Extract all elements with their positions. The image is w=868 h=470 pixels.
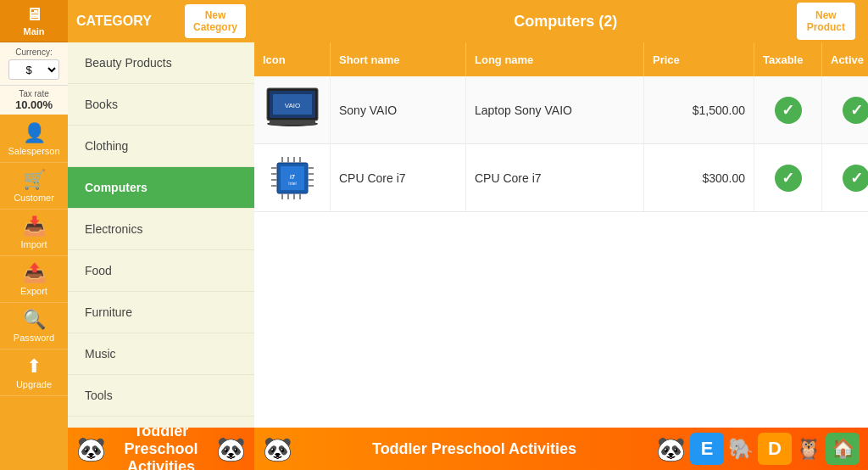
export-label: Export bbox=[20, 286, 47, 296]
taxable-check-cpu: ✓ bbox=[775, 165, 802, 192]
sidebar-nav: 👤 Salesperson 🛒 Customer 📥 Import 📤 Expo… bbox=[0, 116, 68, 470]
badge-e: E bbox=[690, 433, 724, 465]
header-short-name: Short name bbox=[331, 42, 466, 76]
header-long-name: Long name bbox=[466, 42, 644, 76]
import-icon: 📥 bbox=[23, 215, 46, 238]
category-item-food[interactable]: Food bbox=[68, 250, 254, 292]
main-content: Computers (2) NewProduct Icon Short name… bbox=[254, 0, 868, 470]
customer-label: Customer bbox=[14, 193, 54, 203]
tax-value: 10.00% bbox=[15, 98, 53, 111]
product-icon-cpu: i7 Intel bbox=[254, 144, 331, 211]
category-item-tools[interactable]: Tools bbox=[68, 375, 254, 417]
product-icon-sony: VAIO bbox=[254, 76, 331, 143]
house-badge: 🏠 bbox=[826, 433, 860, 465]
banner-text: Toddler Preschool Activities bbox=[106, 428, 216, 470]
product-active-cpu[interactable]: ✓ bbox=[822, 144, 868, 211]
main-banner: 🐼 Toddler Preschool Activities 🐼 E 🐘 D 🦉… bbox=[254, 428, 868, 470]
product-price-sony: $1,500.00 bbox=[644, 76, 754, 143]
product-price-cpu: $300.00 bbox=[644, 144, 754, 211]
category-header: CATEGORY NewCategory bbox=[68, 0, 254, 42]
svg-rect-3 bbox=[270, 120, 315, 125]
product-taxable-cpu[interactable]: ✓ bbox=[754, 144, 822, 211]
product-long-name-cpu: CPU Core i7 bbox=[466, 144, 644, 211]
svg-text:Intel: Intel bbox=[288, 181, 296, 186]
password-icon: 🔍 bbox=[23, 309, 46, 331]
left-sidebar: 🖥 Main Currency: $ € Tax rate 10.00% 👤 S… bbox=[0, 0, 68, 470]
salesperson-icon: 👤 bbox=[23, 122, 46, 144]
category-item-music[interactable]: Music bbox=[68, 333, 254, 375]
product-short-name-sony: Sony VAIO bbox=[331, 76, 466, 143]
banner-left: 🐼 bbox=[263, 435, 292, 463]
main-label: Main bbox=[23, 26, 44, 36]
category-item-beauty[interactable]: Beauty Products bbox=[68, 42, 254, 84]
salesperson-label: Salesperson bbox=[8, 146, 59, 156]
category-item-furniture[interactable]: Furniture bbox=[68, 292, 254, 333]
category-title: CATEGORY bbox=[76, 14, 152, 29]
upgrade-label: Upgrade bbox=[16, 379, 52, 389]
badge-d: D bbox=[758, 433, 792, 465]
category-item-toys[interactable]: Toys bbox=[68, 417, 254, 428]
product-long-name-sony: Laptop Sony VAIO bbox=[466, 76, 644, 143]
main-button[interactable]: 🖥 Main bbox=[0, 0, 68, 42]
main-banner-text: Toddler Preschool Activities bbox=[372, 440, 576, 458]
import-label: Import bbox=[20, 239, 47, 249]
new-category-button[interactable]: NewCategory bbox=[185, 4, 246, 39]
owl-icon: 🦉 bbox=[796, 437, 821, 461]
panda-icon-left: 🐼 bbox=[76, 435, 106, 463]
sidebar-item-password[interactable]: 🔍 Password bbox=[0, 303, 68, 350]
category-item-electronics[interactable]: Electronics bbox=[68, 209, 254, 250]
header-active: Active bbox=[822, 42, 868, 76]
currency-section: Currency: $ € bbox=[0, 42, 68, 86]
panda-main-right: 🐼 bbox=[656, 435, 686, 463]
header-icon: Icon bbox=[254, 42, 331, 76]
panda-main-left: 🐼 bbox=[263, 435, 292, 463]
svg-text:i7: i7 bbox=[290, 174, 295, 180]
panda-left: 🐼 bbox=[76, 435, 106, 463]
elephant-icon: 🐘 bbox=[728, 437, 754, 461]
monitor-icon: 🖥 bbox=[25, 5, 42, 25]
category-banner: 🐼 Toddler Preschool Activities 🐼 bbox=[68, 428, 254, 470]
active-check-cpu: ✓ bbox=[843, 165, 868, 192]
category-panel: CATEGORY NewCategory Beauty Products Boo… bbox=[68, 0, 254, 470]
sidebar-item-export[interactable]: 📤 Export bbox=[0, 256, 68, 303]
svg-text:VAIO: VAIO bbox=[284, 102, 300, 109]
table-row[interactable]: VAIO Sony VAIO Laptop Sony VAIO $1,500.0… bbox=[254, 76, 868, 144]
sidebar-item-upgrade[interactable]: ⬆ Upgrade bbox=[0, 350, 68, 396]
new-product-button[interactable]: NewProduct bbox=[797, 3, 855, 41]
category-item-computers[interactable]: Computers bbox=[68, 167, 254, 209]
active-check-sony: ✓ bbox=[843, 97, 868, 124]
category-list: Beauty Products Books Clothing Computers… bbox=[68, 42, 254, 428]
password-label: Password bbox=[14, 333, 54, 343]
sidebar-item-salesperson[interactable]: 👤 Salesperson bbox=[0, 116, 68, 163]
category-item-clothing[interactable]: Clothing bbox=[68, 126, 254, 167]
product-taxable-sony[interactable]: ✓ bbox=[754, 76, 822, 143]
category-item-books[interactable]: Books bbox=[68, 84, 254, 126]
currency-select[interactable]: $ € bbox=[8, 59, 59, 80]
taxable-check-sony: ✓ bbox=[775, 97, 802, 124]
panda-icon-right: 🐼 bbox=[216, 435, 246, 463]
banner-right: 🐼 E 🐘 D 🦉 🏠 bbox=[656, 433, 860, 465]
tax-section: Tax rate 10.00% bbox=[0, 86, 68, 116]
tax-label: Tax rate bbox=[19, 89, 49, 98]
panda-right: 🐼 bbox=[216, 435, 246, 463]
table-header: Icon Short name Long name Price Taxable … bbox=[254, 42, 868, 76]
header-taxable: Taxable bbox=[754, 42, 822, 76]
header-price: Price bbox=[644, 42, 754, 76]
table-row[interactable]: i7 Intel CPU Core i7 CPU Core i7 $300.00… bbox=[254, 144, 868, 212]
product-active-sony[interactable]: ✓ bbox=[822, 76, 868, 143]
export-icon: 📤 bbox=[23, 262, 46, 284]
upgrade-icon: ⬆ bbox=[26, 355, 42, 378]
product-short-name-cpu: CPU Core i7 bbox=[331, 144, 466, 211]
products-table: Icon Short name Long name Price Taxable … bbox=[254, 42, 868, 428]
main-header: Computers (2) NewProduct bbox=[254, 0, 868, 42]
currency-label: Currency: bbox=[15, 48, 52, 57]
sidebar-item-customer[interactable]: 🛒 Customer bbox=[0, 163, 68, 210]
main-title: Computers (2) bbox=[335, 13, 797, 31]
customer-icon: 🛒 bbox=[23, 169, 46, 191]
sidebar-item-import[interactable]: 📥 Import bbox=[0, 210, 68, 256]
